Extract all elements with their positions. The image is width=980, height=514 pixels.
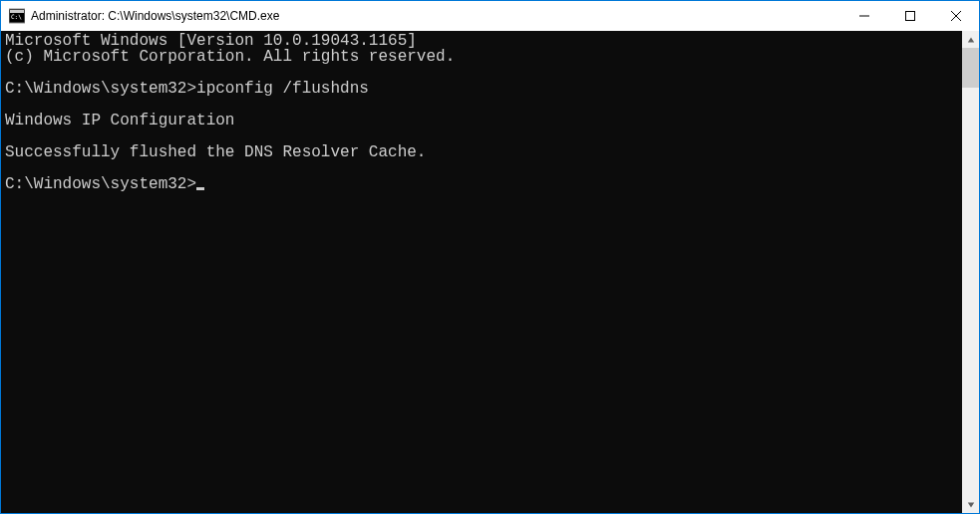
terminal-line bbox=[5, 160, 962, 176]
terminal-line: Successfully flushed the DNS Resolver Ca… bbox=[5, 144, 962, 160]
close-button[interactable] bbox=[933, 1, 979, 31]
terminal-output[interactable]: Microsoft Windows [Version 10.0.19043.11… bbox=[1, 31, 962, 513]
scroll-down-button[interactable] bbox=[962, 496, 979, 513]
titlebar[interactable]: C:\ Administrator: C:\Windows\system32\C… bbox=[1, 1, 979, 31]
terminal-line: (c) Microsoft Corporation. All rights re… bbox=[5, 49, 962, 65]
terminal-line: C:\Windows\system32>ipconfig /flushdns bbox=[5, 81, 962, 97]
vertical-scrollbar[interactable] bbox=[962, 31, 979, 513]
window-title: Administrator: C:\Windows\system32\CMD.e… bbox=[31, 9, 841, 23]
cmd-window: C:\ Administrator: C:\Windows\system32\C… bbox=[0, 0, 980, 514]
terminal-line bbox=[5, 65, 962, 81]
app-icon: C:\ bbox=[9, 8, 25, 24]
terminal-line: C:\Windows\system32> bbox=[5, 176, 962, 192]
minimize-button[interactable] bbox=[841, 1, 887, 31]
terminal-line bbox=[5, 128, 962, 144]
terminal-line bbox=[5, 97, 962, 113]
svg-text:C:\: C:\ bbox=[11, 13, 22, 20]
cursor bbox=[196, 187, 204, 190]
terminal-line: Microsoft Windows [Version 10.0.19043.11… bbox=[5, 33, 962, 49]
scroll-up-button[interactable] bbox=[962, 31, 979, 48]
scroll-thumb[interactable] bbox=[962, 48, 979, 88]
svg-rect-4 bbox=[906, 12, 915, 21]
svg-marker-8 bbox=[967, 502, 973, 507]
window-controls bbox=[841, 1, 979, 31]
terminal-line: Windows IP Configuration bbox=[5, 113, 962, 128]
scroll-track[interactable] bbox=[962, 48, 979, 496]
maximize-button[interactable] bbox=[887, 1, 933, 31]
svg-marker-7 bbox=[967, 37, 973, 42]
content-area: Microsoft Windows [Version 10.0.19043.11… bbox=[1, 31, 979, 513]
